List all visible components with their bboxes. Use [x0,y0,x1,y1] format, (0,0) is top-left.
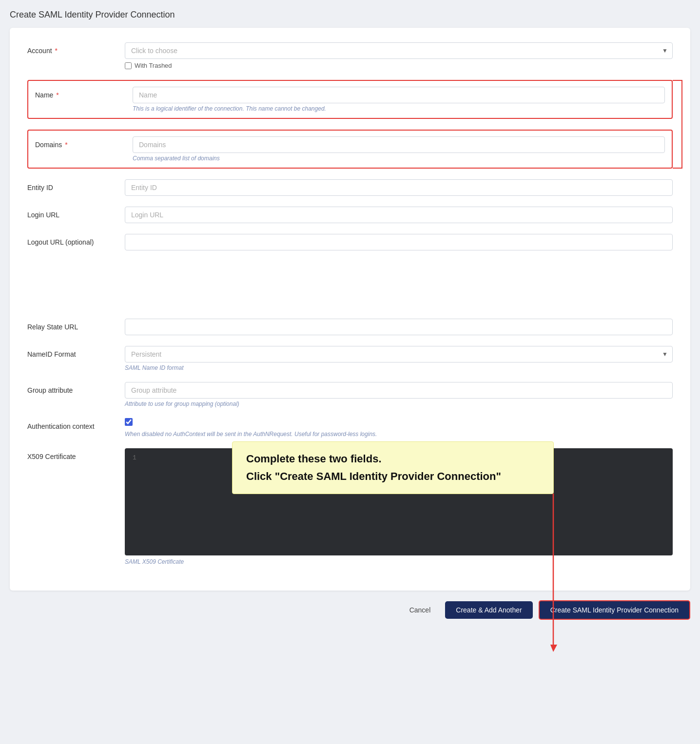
entity-id-input[interactable] [125,179,673,196]
auth-context-label: Authentication context [27,418,125,430]
auth-context-row: Authentication context When disabled no … [27,418,673,438]
domains-row: Domains * Comma separated list of domain… [35,136,665,162]
relay-state-url-label: Relay State URL [27,319,125,331]
annotation-box: Complete these two fields. Click "Create… [232,441,554,494]
account-row: Account * Click to choose ▼ With Trashed [27,42,673,69]
with-trashed-checkbox[interactable] [125,62,132,69]
name-input[interactable] [133,87,665,103]
with-trashed-label: With Trashed [135,62,172,69]
nameid-format-hint: SAML Name ID format [125,364,673,371]
nameid-format-row: NameID Format Persistent ▼ SAML Name ID … [27,346,673,371]
relay-state-url-input[interactable] [125,319,673,335]
annotation-line1: Complete these two fields. [246,453,540,465]
login-url-input[interactable] [125,207,673,223]
x509-hint: SAML X509 Certificate [125,558,673,565]
name-field-highlight: Name * This is a logical identifier of t… [27,80,673,119]
relay-state-url-row: Relay State URL [27,319,673,335]
arrow-line-svg [552,494,554,649]
domains-hint: Comma separated list of domains [133,155,665,162]
auth-context-checkbox[interactable] [125,418,133,426]
group-attribute-row: Group attribute Attribute to use for gro… [27,382,673,407]
entity-id-label: Entity ID [27,179,125,191]
login-url-label: Login URL [27,207,125,219]
code-line-number: 1 [133,454,136,461]
logout-url-label: Logout URL (optional) [27,234,125,246]
right-brace-decoration [673,80,682,169]
group-attribute-label: Group attribute [27,382,125,394]
annotation-line2: Click "Create SAML Identity Provider Con… [246,470,540,483]
nameid-format-select[interactable]: Persistent [125,346,673,362]
group-attribute-hint: Attribute to use for group mapping (opti… [125,401,673,407]
logout-url-input[interactable] [125,234,673,250]
domains-input[interactable] [133,136,665,153]
account-select[interactable]: Click to choose [125,42,673,59]
logout-url-row: Logout URL (optional) [27,234,673,250]
login-url-row: Login URL [27,207,673,223]
name-hint: This is a logical identifier of the conn… [133,105,665,112]
name-row: Name * This is a logical identifier of t… [35,87,665,112]
account-field-wrap: Click to choose ▼ With Trashed [125,42,673,69]
cancel-button[interactable]: Cancel [401,601,440,619]
group-attribute-input[interactable] [125,382,673,399]
nameid-format-label: NameID Format [27,346,125,358]
create-saml-connection-button[interactable]: Create SAML Identity Provider Connection [539,600,690,620]
x509-label: X509 Certificate [27,448,125,460]
auth-context-hint: When disabled no AuthContext will be sen… [125,431,673,438]
domains-field-wrap: Comma separated list of domains [133,136,665,162]
entity-id-row: Entity ID [27,179,673,196]
domains-field-highlight: Domains * Comma separated list of domain… [27,130,673,169]
account-label: Account * [27,42,125,55]
page-title: Create SAML Identity Provider Connection [10,10,690,20]
footer-bar: Cancel Create & Add Another Create SAML … [10,591,690,625]
name-field-wrap: This is a logical identifier of the conn… [133,87,665,112]
svg-marker-1 [550,645,557,652]
name-label: Name * [35,87,133,99]
create-add-another-button[interactable]: Create & Add Another [445,601,532,619]
domains-label: Domains * [35,136,133,149]
